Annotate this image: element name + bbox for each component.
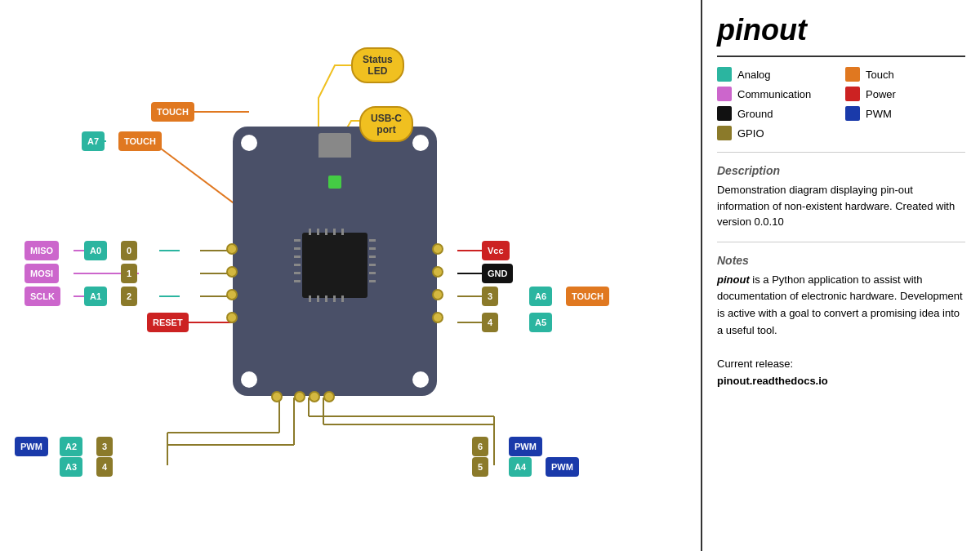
status-led	[328, 176, 341, 189]
pin-a5: A5	[529, 313, 552, 332]
pin-a0: A0	[84, 241, 107, 260]
notes-line1-rest: is a Python application to assist with d…	[717, 273, 963, 336]
pin-a3: A3	[60, 457, 82, 477]
pin-gpio6: 6	[472, 437, 488, 456]
pin-touch-a7: TOUCH	[118, 131, 162, 151]
chip-leg	[309, 295, 311, 302]
legend-item-pwm: PWM	[845, 106, 965, 121]
pin-pwm-br: PWM	[509, 437, 542, 456]
notes-title: Notes	[717, 254, 965, 267]
board	[233, 127, 437, 396]
chip-leg	[369, 280, 376, 282]
corner-hole	[241, 135, 257, 151]
pin-a4: A4	[509, 457, 532, 477]
power-label: Power	[866, 88, 896, 100]
pin-a2: A2	[60, 437, 82, 456]
pin-miso: MISO	[24, 241, 59, 260]
pin-mosi: MOSI	[24, 264, 59, 283]
gpio-swatch	[717, 126, 732, 140]
chip-leg	[369, 264, 376, 266]
pin-gpio3b: 3	[96, 437, 113, 456]
pin-gpio4: 4	[482, 313, 498, 332]
notes-pinout-italic: pinout	[717, 273, 750, 286]
chip-leg	[341, 229, 344, 235]
board-pin-bottom-2	[294, 391, 305, 402]
pin-gpio4b: 4	[96, 457, 113, 477]
chip-leg	[294, 239, 301, 242]
touch-swatch	[845, 67, 860, 82]
power-swatch	[845, 87, 860, 101]
chip-leg	[325, 295, 327, 302]
chip-leg	[333, 229, 336, 235]
pin-vcc: Vcc	[482, 241, 510, 260]
ground-swatch	[717, 106, 732, 121]
description-title: Description	[717, 164, 965, 177]
pin-gnd: GND	[482, 264, 513, 283]
analog-swatch	[717, 67, 732, 82]
board-pin-left-3	[226, 289, 238, 300]
legend-item-touch: Touch	[845, 67, 965, 82]
legend: Analog Touch Communication Power Ground …	[717, 67, 965, 153]
chip-leg	[294, 256, 301, 258]
chip-leg	[294, 280, 301, 282]
diagram-panel: StatusLED USB-Cport TOUCH A7 TOUCH MISO …	[0, 0, 702, 551]
chip-leg	[369, 256, 376, 258]
pin-a1: A1	[84, 287, 107, 306]
board-pin-bottom-1	[271, 391, 283, 402]
chip-leg	[309, 229, 311, 235]
legend-item-analog: Analog	[717, 67, 837, 82]
status-led-callout: StatusLED	[351, 47, 404, 83]
pin-gpio0: 0	[121, 241, 137, 260]
info-panel: pinout Analog Touch Communication Power …	[702, 0, 980, 551]
pin-pwm-br2: PWM	[546, 457, 579, 477]
legend-item-ground: Ground	[717, 106, 837, 121]
chip-leg	[369, 272, 376, 274]
pwm-swatch	[845, 106, 860, 121]
pin-touch-top: TOUCH	[151, 102, 194, 122]
corner-hole	[412, 135, 429, 151]
pin-touch-right: TOUCH	[566, 287, 609, 306]
notes-text: pinout is a Python application to assist…	[717, 272, 965, 391]
touch-label: Touch	[866, 69, 894, 81]
corner-hole	[412, 371, 429, 388]
pin-a7: A7	[82, 131, 105, 151]
pwm-label: PWM	[866, 108, 892, 120]
pin-gpio2: 2	[121, 287, 137, 306]
usb-connector	[318, 133, 351, 158]
chip-leg	[369, 239, 376, 242]
corner-hole	[241, 371, 257, 388]
legend-item-communication: Communication	[717, 87, 837, 101]
pin-pwm-bl: PWM	[15, 437, 48, 456]
legend-item-power: Power	[845, 87, 965, 101]
analog-label: Analog	[737, 69, 770, 81]
page-title: pinout	[717, 13, 965, 57]
chip-leg	[317, 295, 319, 302]
pin-gpio5: 5	[472, 457, 488, 477]
board-pin-left-1	[226, 243, 238, 255]
legend-item-gpio: GPIO	[717, 126, 837, 140]
chip-leg	[333, 295, 336, 302]
ground-label: Ground	[737, 108, 773, 120]
usb-port-callout: USB-Cport	[359, 106, 413, 142]
chip-leg	[325, 229, 327, 235]
board-pin-right-3	[432, 289, 443, 300]
description-text: Demonstration diagram displaying pin-out…	[717, 182, 965, 242]
comm-label: Communication	[737, 88, 811, 100]
gpio-label: GPIO	[737, 127, 764, 140]
microchip	[302, 233, 368, 298]
chip-leg	[341, 295, 344, 302]
chip-leg	[317, 229, 319, 235]
board-pin-right-2	[432, 266, 443, 278]
board-pin-right-1	[432, 243, 443, 255]
pin-gpio1: 1	[121, 264, 137, 283]
chip-leg	[294, 247, 301, 250]
pin-a6: A6	[529, 287, 552, 306]
board-pin-left-2	[226, 266, 238, 278]
board-pin-right-4	[432, 312, 443, 323]
chip-leg	[294, 272, 301, 274]
board-pin-bottom-3	[309, 391, 320, 402]
chip-leg	[294, 264, 301, 266]
release-label: Current release:	[717, 358, 793, 370]
release-link[interactable]: pinout.readthedocs.io	[717, 375, 828, 387]
board-pin-left-4	[226, 312, 238, 323]
